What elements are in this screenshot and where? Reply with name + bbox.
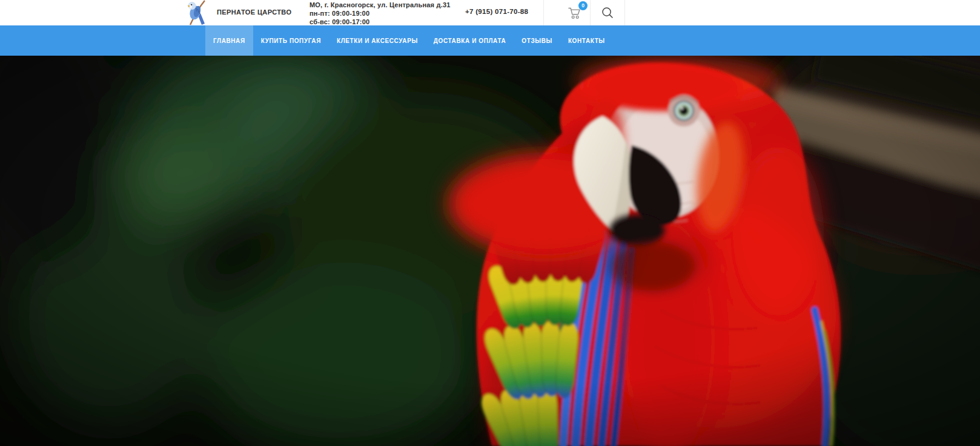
site-logo[interactable]: [183, 0, 213, 25]
nav-item-cages-accessories[interactable]: КЛЕТКИ И АКСЕССУАРЫ: [329, 25, 426, 56]
cart-button[interactable]: 0: [561, 0, 589, 25]
nav-item-reviews[interactable]: ОТЗЫВЫ: [514, 25, 560, 56]
address-line: МО, г. Красногорск, ул. Центральная д.31: [310, 1, 451, 9]
header-divider: [543, 0, 544, 25]
hero-image: [0, 56, 980, 446]
phone-number[interactable]: +7 (915) 071-70-88: [465, 8, 528, 15]
top-header: ПЕРНАТОЕ ЦАРСТВО МО, г. Красногорск, ул.…: [0, 0, 980, 25]
hours-weekend: сб-вс: 09:00-17:00: [310, 18, 451, 26]
nav-item-home[interactable]: ГЛАВНАЯ: [205, 25, 253, 56]
nav-list: ГЛАВНАЯ КУПИТЬ ПОПУГАЯ КЛЕТКИ И АКСЕССУА…: [205, 25, 613, 56]
nav-item-buy-parrot[interactable]: КУПИТЬ ПОПУГАЯ: [253, 25, 329, 56]
main-nav: ГЛАВНАЯ КУПИТЬ ПОПУГАЯ КЛЕТКИ И АКСЕССУА…: [0, 25, 980, 56]
search-icon: [601, 7, 614, 19]
search-button[interactable]: [591, 0, 624, 25]
hours-weekdays: пн-пт: 09:00-19:00: [310, 9, 451, 18]
hero-banner: [0, 56, 980, 446]
page: ПЕРНАТОЕ ЦАРСТВО МО, г. Красногорск, ул.…: [0, 0, 980, 446]
header-divider: [624, 0, 625, 25]
nav-item-delivery-payment[interactable]: ДОСТАВКА И ОПЛАТА: [426, 25, 514, 56]
cart-count-badge: 0: [578, 1, 588, 10]
budgie-on-branch-icon: [183, 0, 213, 25]
contact-info-block: МО, г. Красногорск, ул. Центральная д.31…: [310, 1, 451, 26]
brand-name: ПЕРНАТОЕ ЦАРСТВО: [217, 8, 291, 16]
nav-item-contacts[interactable]: КОНТАКТЫ: [560, 25, 613, 56]
